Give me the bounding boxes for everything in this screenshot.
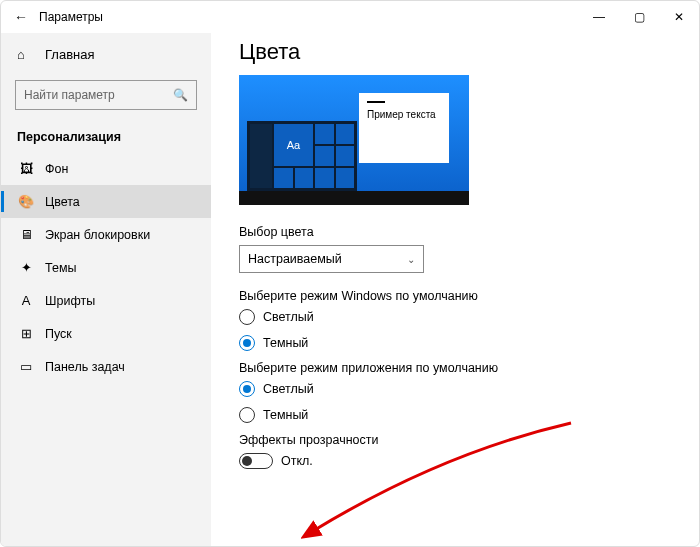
sidebar-item-label: Пуск [45,327,72,341]
radio-label: Светлый [263,382,314,396]
palette-icon: 🎨 [17,194,35,209]
back-button[interactable]: ← [9,9,33,25]
sidebar-item-label: Экран блокировки [45,228,150,242]
sidebar-item-start[interactable]: ⊞ Пуск [1,317,211,350]
search-placeholder: Найти параметр [24,88,115,102]
windows-mode-label: Выберите режим Windows по умолчанию [239,289,699,303]
radio-icon [239,407,255,423]
sidebar-item-taskbar[interactable]: ▭ Панель задач [1,350,211,383]
app-mode-light[interactable]: Светлый [239,381,699,397]
chevron-down-icon: ⌄ [407,254,415,265]
sidebar-item-label: Фон [45,162,68,176]
home-label: Главная [45,47,94,62]
transparency-label: Эффекты прозрачности [239,433,699,447]
color-pick-dropdown[interactable]: Настраиваемый ⌄ [239,245,424,273]
transparency-toggle[interactable]: Откл. [239,453,699,469]
color-pick-label: Выбор цвета [239,225,699,239]
sidebar-item-lockscreen[interactable]: 🖥 Экран блокировки [1,218,211,251]
sidebar-category: Персонализация [1,120,211,152]
sidebar-item-label: Темы [45,261,76,275]
sidebar-item-label: Цвета [45,195,80,209]
sidebar: ⌂ Главная Найти параметр 🔍 Персонализаци… [1,33,211,546]
search-icon: 🔍 [173,88,188,102]
page-title: Цвета [239,39,699,65]
radio-icon [239,335,255,351]
start-icon: ⊞ [17,326,35,341]
sidebar-item-colors[interactable]: 🎨 Цвета [1,185,211,218]
sidebar-item-fonts[interactable]: A Шрифты [1,284,211,317]
titlebar: ← Параметры ― ▢ ✕ [1,1,699,33]
preview-tile-aa: Aa [274,124,313,166]
minimize-button[interactable]: ― [579,1,619,33]
home-icon: ⌂ [17,47,35,62]
taskbar-icon: ▭ [17,359,35,374]
preview-taskbar [239,191,469,205]
app-mode-dark[interactable]: Темный [239,407,699,423]
picture-icon: 🖼 [17,161,35,176]
sidebar-item-label: Панель задач [45,360,125,374]
radio-label: Светлый [263,310,314,324]
windows-mode-light[interactable]: Светлый [239,309,699,325]
themes-icon: ✦ [17,260,35,275]
radio-icon [239,381,255,397]
maximize-button[interactable]: ▢ [619,1,659,33]
fonts-icon: A [17,293,35,308]
home-link[interactable]: ⌂ Главная [1,39,211,70]
sidebar-item-background[interactable]: 🖼 Фон [1,152,211,185]
sidebar-item-label: Шрифты [45,294,95,308]
app-mode-label: Выберите режим приложения по умолчанию [239,361,699,375]
dropdown-value: Настраиваемый [248,252,342,266]
windows-mode-dark[interactable]: Темный [239,335,699,351]
toggle-switch-icon [239,453,273,469]
window-title: Параметры [39,10,103,24]
color-preview: Aa Пример текста [239,75,469,205]
preview-window-card: Пример текста [359,93,449,163]
close-button[interactable]: ✕ [659,1,699,33]
toggle-state: Откл. [281,454,313,468]
lockscreen-icon: 🖥 [17,227,35,242]
radio-icon [239,309,255,325]
radio-label: Темный [263,336,308,350]
preview-start-menu: Aa [247,121,357,191]
sidebar-item-themes[interactable]: ✦ Темы [1,251,211,284]
radio-label: Темный [263,408,308,422]
search-input[interactable]: Найти параметр 🔍 [15,80,197,110]
main-content: Цвета Aa Пример текста Выбор цвета Настр… [211,33,699,546]
